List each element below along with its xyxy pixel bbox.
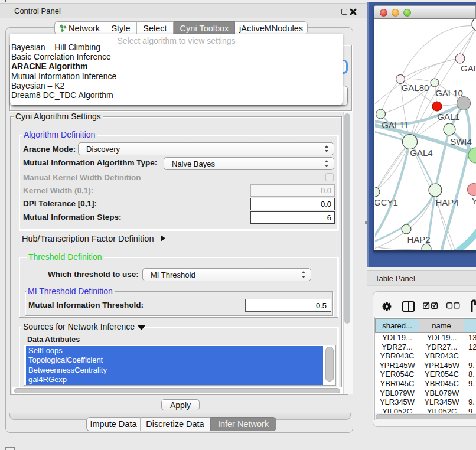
- svg-text:GAL10: GAL10: [435, 88, 463, 98]
- svg-text:HAP2: HAP2: [407, 234, 430, 244]
- svg-text:YJ: YJ: [472, 196, 476, 206]
- svg-text:SWI4: SWI4: [450, 136, 472, 146]
- svg-text:HAP4: HAP4: [435, 197, 458, 207]
- svg-text:GAL11: GAL11: [382, 120, 409, 130]
- svg-text:GAL1: GAL1: [437, 112, 459, 122]
- svg-text:GCY1: GCY1: [375, 197, 398, 207]
- svg-text:GAL2: GAL2: [461, 63, 476, 73]
- svg-text:GAL80: GAL80: [402, 83, 429, 93]
- svg-text:GAL4: GAL4: [410, 148, 432, 158]
